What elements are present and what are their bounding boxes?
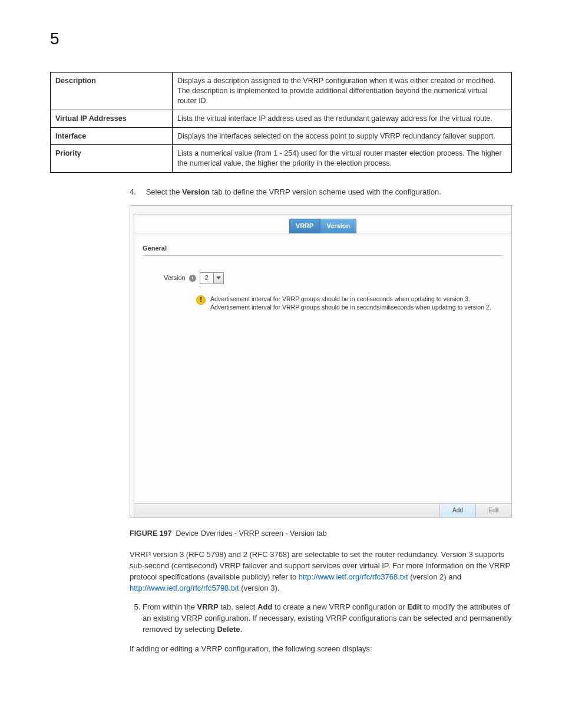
paragraph: If adding or editing a VRRP configuratio…	[130, 644, 512, 655]
add-button[interactable]: Add	[439, 504, 475, 517]
table-row: Description Displays a description assig…	[51, 73, 512, 110]
table-row: Virtual IP Addresses Lists the virtual i…	[51, 110, 512, 127]
rfc3768-link[interactable]: http://www.ietf.org/rfc/rfc3768.txt	[299, 572, 408, 581]
chapter-number: 5	[50, 29, 512, 48]
figure-caption: FIGURE 197 Device Overrides - VRRP scree…	[130, 528, 512, 539]
row-label: Priority	[51, 145, 173, 173]
version-dropdown[interactable]: 2	[200, 272, 224, 284]
warning-icon: !	[196, 295, 206, 305]
row-text: Displays a description assigned to the V…	[173, 73, 512, 110]
edit-button[interactable]: Edit	[475, 504, 511, 517]
table-row: Interface Displays the interfaces select…	[51, 127, 512, 145]
table-row: Priority Lists a numerical value (from 1…	[51, 145, 512, 173]
tab-bar: VRRPVersion	[134, 215, 511, 233]
vrrp-version-panel: VRRPVersion General Version i 2 !	[130, 205, 512, 518]
tab-vrrp[interactable]: VRRP	[289, 219, 320, 233]
version-dropdown-value: 2	[200, 274, 213, 283]
tab-version[interactable]: Version	[320, 219, 356, 233]
step-5: From within the VRRP tab, select Add to …	[143, 602, 512, 635]
chevron-down-icon	[213, 273, 223, 284]
panel-footer: Add Edit	[134, 503, 511, 517]
step-4: 4. Select the Version tab to define the …	[130, 187, 512, 198]
row-text: Displays the interfaces selected on the …	[173, 127, 512, 145]
row-text: Lists a numerical value (from 1 - 254) u…	[173, 145, 512, 173]
warning-text: Advertisement interval for VRRP groups s…	[210, 295, 491, 311]
general-fieldset-label: General	[143, 245, 167, 252]
definition-table: Description Displays a description assig…	[50, 72, 512, 173]
row-text: Lists the virtual interface IP address u…	[173, 110, 512, 127]
info-icon[interactable]: i	[189, 275, 196, 282]
version-label: Version	[164, 274, 186, 283]
row-label: Interface	[51, 127, 173, 145]
row-label: Virtual IP Addresses	[51, 110, 173, 127]
paragraph: VRRP version 3 (RFC 5798) and 2 (RFC 376…	[130, 549, 512, 594]
row-label: Description	[51, 73, 173, 110]
rfc5798-link[interactable]: http://www.ietf.org/rfc/rfc5798.txt	[130, 584, 239, 592]
